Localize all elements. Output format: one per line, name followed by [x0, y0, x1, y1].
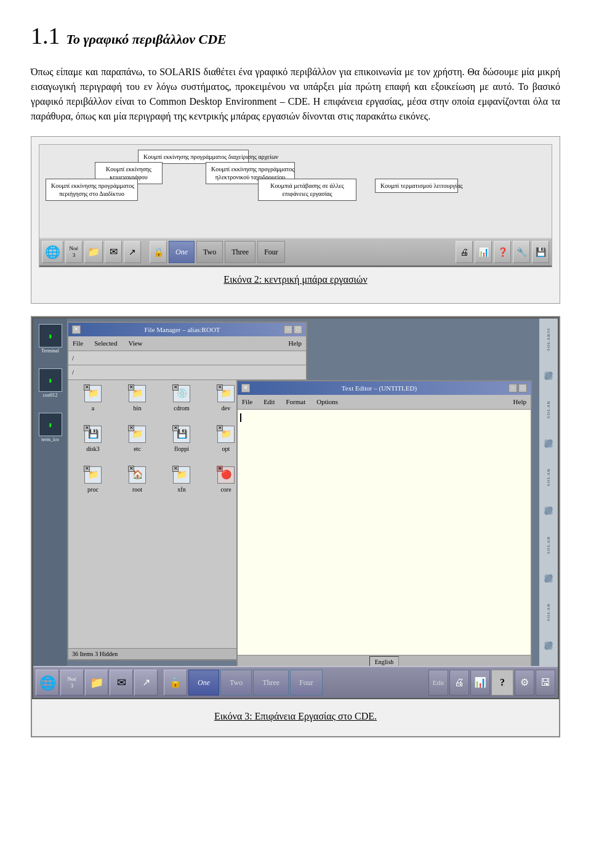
fm-menu-help[interactable]: Help [287, 338, 304, 349]
te-menu-edit[interactable]: Edit [262, 396, 276, 408]
toolbar-diagram: Κουμπί εκκίνησης προγράμματος διαχείριση… [39, 144, 552, 267]
fm-minimize-btn[interactable]: − [284, 325, 292, 334]
file-label-xfn: xfn [177, 485, 185, 494]
brand-text-3: SOLAR [545, 468, 552, 486]
cde-tb-calendar-btn[interactable]: Noέ3 [60, 670, 84, 696]
fm-menu-selected[interactable]: Selected [92, 338, 119, 349]
cde-tb-help-btn[interactable]: ? [491, 670, 513, 696]
cde-tb-edit-btn[interactable]: Edit [428, 670, 448, 696]
cde-tb-settings-btn[interactable]: ⚙ [515, 670, 534, 696]
terminal-label: Terminal [41, 349, 59, 354]
icon-marker11: ✕ [84, 466, 90, 472]
file-label-core: core [220, 485, 231, 494]
file-icon-disk3[interactable]: ✕ 💾 disk3 [72, 424, 114, 463]
cde-tab-one[interactable]: One [188, 670, 219, 696]
te-maximize-btn[interactable]: □ [518, 384, 527, 392]
cde-tb-lock-btn[interactable]: 🔒 [164, 670, 187, 696]
icon-marker3: ✕ [172, 384, 179, 391]
icon-marker7: ✕ [128, 425, 134, 431]
file-icon-cdrom[interactable]: ✕ 💿 cdrom [161, 384, 203, 422]
diagram-taskbar: 🌐 Noέ3 📁 ✉ ↗ 🔒 One Two Three Four 🖨 📊 ❓ … [39, 237, 552, 267]
te-menu-format[interactable]: Format [284, 396, 307, 408]
folder-xfn-icon: ✕ 📁 [173, 466, 190, 484]
brand-text-4: SOLAR [545, 536, 552, 554]
section-number: 1.1 [31, 18, 60, 54]
cde-tb-globe-btn[interactable]: 🌐 [36, 670, 59, 696]
brand-text-1: SOLARIS [545, 328, 552, 351]
tb-globe-btn[interactable]: 🌐 [42, 241, 63, 263]
text-editor-window: ✕ Text Editor – (UNTITLED) − □ File Edit… [236, 380, 532, 670]
cde-tb-print-btn[interactable]: 🖨 [449, 670, 469, 696]
icon-marker13: ✕ [172, 466, 179, 472]
tb-right-btn3[interactable]: ❓ [494, 241, 511, 263]
text-editor-titlebar[interactable]: ✕ Text Editor – (UNTITLED) − □ [238, 381, 531, 395]
fm-menu-view[interactable]: View [126, 338, 144, 349]
file-icon-floppi[interactable]: ✕ 💾 floppi [161, 424, 203, 463]
tb-right-btn1[interactable]: 🖨 [456, 241, 473, 263]
fm-maximize-btn[interactable]: □ [294, 325, 302, 334]
file-manager-menubar: File Selected View Help [68, 336, 306, 351]
te-menu-file[interactable]: File [240, 396, 254, 408]
icon-marker2: ✕ [128, 384, 134, 391]
te-close-btn[interactable]: ✕ [241, 384, 250, 392]
tb-lock-btn[interactable]: 🔒 [150, 241, 167, 263]
solaris-logo-5 [542, 639, 555, 652]
file-icon-proc[interactable]: ✕ 📁 proc [72, 465, 114, 503]
file-manager-titlebar[interactable]: ✕ File Manager – alias:ROOT − □ [68, 323, 306, 336]
cde-tb-email-btn[interactable]: ✉ [110, 670, 133, 696]
tb-right-btn5[interactable]: 💾 [532, 241, 549, 263]
term-ico-label: term_ico [41, 437, 58, 443]
tb-tab-three[interactable]: Three [225, 241, 255, 263]
icon-marker14: ✕ [217, 466, 223, 472]
solaris-logo-2 [542, 437, 555, 450]
fm-path-1: / [68, 351, 306, 366]
tb-right-btn2[interactable]: 📊 [475, 241, 492, 263]
cde-tab-two[interactable]: Two [220, 670, 252, 696]
tb-tab-one[interactable]: One [169, 241, 195, 263]
cde-tab-three[interactable]: Three [253, 670, 289, 696]
cde-tab-four[interactable]: Four [290, 670, 323, 696]
tb-btn3[interactable]: ↗ [124, 241, 141, 263]
tb-right-btn4[interactable]: 🔧 [513, 241, 530, 263]
cde-tb-storage-btn[interactable]: 🖫 [536, 670, 555, 696]
tb-btn2[interactable]: ✉ [105, 241, 122, 263]
sidebar-term-ico-icon[interactable]: ▮ term_ico [36, 410, 65, 453]
tooltip-browser: Κουμπί εκκίνησης προγράμματοςπεριήγησης … [46, 179, 138, 201]
file-icon-a[interactable]: ✕ 📁 a [72, 384, 114, 422]
sidebar-terminal-icon[interactable]: ▮ Terminal [36, 322, 65, 365]
file-icon-bin[interactable]: ✕ 📁 bin [116, 384, 158, 422]
section-title: Το γραφικό περιβάλλον CDE [66, 29, 227, 49]
file-icon-etc[interactable]: ✕ 📁 etc [116, 424, 158, 463]
icon-marker6: ✕ [84, 425, 90, 431]
te-menu-help[interactable]: Help [512, 396, 528, 408]
te-minimize-btn[interactable]: − [509, 384, 517, 392]
cde-tb-arrow-btn[interactable]: ↗ [134, 670, 158, 696]
fm-close-btn[interactable]: ✕ [72, 325, 81, 334]
cde-tb-chart-btn[interactable]: 📊 [470, 670, 490, 696]
svg-point-5 [543, 505, 554, 516]
figure2-caption: Εικόνα 2: κεντρική μπάρα εργασιών [39, 272, 552, 287]
tb-calendar-btn[interactable]: Noέ3 [65, 241, 82, 263]
tb-tab-two[interactable]: Two [196, 241, 223, 263]
editor-cursor [240, 413, 241, 422]
folder-floppi-icon: ✕ 💾 [173, 426, 190, 443]
tb-btn1[interactable]: 📁 [84, 241, 103, 263]
cde-tb-files-btn[interactable]: 📁 [85, 670, 108, 696]
folder-root-icon: ✕ 🏠 [129, 466, 146, 484]
file-label-a: a [92, 404, 94, 413]
file-label-dev: dev [222, 404, 230, 413]
tb-tab-four[interactable]: Four [257, 241, 285, 263]
folder-a-icon: ✕ 📁 [84, 385, 102, 402]
cde-taskbar: 🌐 Noέ3 📁 ✉ ↗ 🔒 One Two Three Four Edit 🖨… [33, 666, 558, 698]
file-icon-xfn[interactable]: ✕ 📁 xfn [161, 465, 203, 503]
cde-desktop: ▮ Terminal ▮ csst012 ▮ term_ico SOLARIS … [32, 317, 559, 699]
svg-point-1 [543, 370, 554, 381]
editor-content-area[interactable] [238, 410, 531, 655]
file-icon-root[interactable]: ✕ 🏠 root [116, 465, 158, 503]
folder-opt-icon: ✕ 📁 [217, 426, 235, 443]
te-menu-options[interactable]: Options [315, 396, 340, 408]
sidebar-csst012-icon[interactable]: ▮ csst012 [36, 366, 65, 409]
fm-menu-file[interactable]: File [71, 338, 85, 349]
text-editor-menubar: File Edit Format Options Help [238, 395, 531, 410]
file-label-opt: opt [222, 444, 230, 453]
